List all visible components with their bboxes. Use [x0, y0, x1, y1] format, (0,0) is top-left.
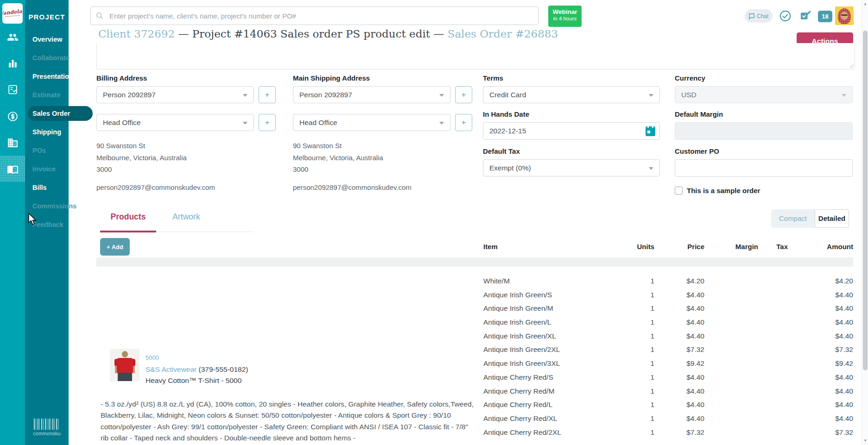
default-tax-select[interactable]: Exempt (0%)	[483, 159, 660, 176]
sidebar-item-estimate[interactable]: Estimate	[25, 91, 69, 99]
client-link[interactable]: Client 372692	[98, 28, 175, 40]
shipping-address-label: Main Shipping Address	[293, 74, 370, 82]
variant-rows: White/M1$4.20$4.20 Antique Irish Green/S…	[483, 274, 853, 439]
add-billing-address-button[interactable]: +	[259, 114, 276, 131]
webinar-countdown: in 4 hours	[548, 16, 582, 21]
sidebar-item-overview[interactable]: Overview	[25, 35, 69, 44]
add-product-button[interactable]: + Add	[100, 238, 130, 256]
global-search	[90, 6, 539, 25]
company-directory-icon[interactable]	[0, 137, 25, 149]
reminders-icon[interactable]	[779, 10, 792, 22]
notification-badge[interactable]: 18	[818, 11, 832, 22]
vendor-phone: (379-555-0182)	[196, 365, 248, 373]
webinar-button[interactable]: Webinar in 4 hours	[548, 6, 582, 27]
default-tax-label: Default Tax	[483, 147, 520, 156]
tab-products[interactable]: Products	[100, 212, 156, 232]
order-memo-textarea[interactable]	[96, 43, 855, 69]
chevron-down-icon	[439, 122, 444, 125]
detailed-view-button[interactable]: Detailed	[815, 209, 849, 228]
table-row[interactable]: Antique Cherry Red/2XL1$7.32$7.32	[483, 426, 853, 439]
sidebar-item-presentation[interactable]: Presentation	[25, 72, 69, 81]
table-row[interactable]: Antique Irish Green/3XL1$9.42$9.42	[483, 357, 853, 370]
shipping-location-select[interactable]: Head Office	[293, 114, 450, 131]
shipping-contact-select[interactable]: Person 2092897	[293, 86, 450, 103]
currency-select: USD	[675, 86, 853, 103]
sidebar-item-shipping[interactable]: Shipping	[25, 128, 69, 136]
page-scrollbar[interactable]: ▲ ▼	[862, 0, 868, 445]
product-thumbnail[interactable]	[110, 349, 139, 381]
chevron-down-icon	[243, 94, 247, 97]
table-row[interactable]: Antique Irish Green/XL1$4.40$4.40	[483, 329, 853, 343]
sample-order-checkbox[interactable]	[675, 187, 683, 194]
company-logo: Vandelay PROMOTIONS	[2, 3, 23, 24]
scroll-up-arrow[interactable]: ▲	[862, 1, 868, 7]
table-row[interactable]: Antique Cherry Red/S1$4.40$4.40	[483, 370, 853, 384]
table-row[interactable]: Antique Cherry Red/L1$4.40$4.40	[483, 398, 853, 412]
table-row[interactable]: Antique Cherry Red/XL1$4.40$4.40	[483, 412, 853, 426]
add-shipping-address-button[interactable]: +	[455, 114, 472, 131]
table-header: Item Units Price Margin Tax Amount	[483, 238, 853, 256]
sidebar-item-collaborate[interactable]: Collaborate	[25, 54, 69, 62]
scroll-down-arrow[interactable]: ▼	[862, 438, 868, 444]
chevron-down-icon	[439, 94, 444, 97]
table-row[interactable]: Antique Irish Green/S1$4.40$4.40	[483, 288, 853, 302]
table-row[interactable]: Antique Irish Green/2XL1$7.32$7.32	[483, 343, 853, 357]
terms-select[interactable]: Credit Card	[483, 86, 660, 103]
tasks-icon[interactable]	[799, 10, 811, 22]
commonsku-barcode	[34, 419, 60, 430]
col-tax: Tax	[758, 238, 788, 256]
table-row[interactable]: Antique Irish Green/L1$4.40$4.40	[483, 315, 853, 329]
compact-view-button[interactable]: Compact	[771, 209, 815, 228]
user-avatar[interactable]	[835, 6, 854, 25]
in-hands-date-input[interactable]: 2022-12-15	[483, 122, 660, 140]
chat-button[interactable]: Chat	[745, 9, 773, 23]
table-row[interactable]: Antique Cherry Red/M1$4.40$4.40	[483, 384, 853, 398]
billing-address-label: Billing Address	[96, 74, 147, 82]
product-sku-link[interactable]: 5000	[146, 354, 159, 361]
resize-handle[interactable]	[849, 63, 854, 68]
sidebar-item-commissions[interactable]: Commissions	[25, 202, 69, 210]
sample-order-checkbox-row[interactable]: This is a sample order	[675, 187, 760, 194]
project-sidebar: PROJECT Overview Collaborate Presentatio…	[25, 0, 69, 445]
sample-order-label: This is a sample order	[687, 187, 760, 194]
add-billing-contact-button[interactable]: +	[259, 86, 276, 103]
sidebar-item-pos[interactable]: POs	[25, 146, 69, 155]
currency-label: Currency	[675, 74, 705, 82]
chat-label: Chat	[757, 13, 768, 19]
commonsku-logo-text: commonsku	[33, 431, 60, 436]
catalog-icon[interactable]	[0, 163, 25, 175]
vendor-link[interactable]: S&S Activewear	[146, 365, 196, 373]
sidebar-item-feedback[interactable]: Feedback	[25, 220, 69, 229]
table-row[interactable]: Antique Irish Green/M1$4.40$4.40	[483, 301, 853, 315]
billing-contact-select[interactable]: Person 2092897	[96, 86, 254, 103]
sidebar-item-sales-order[interactable]: Sales Order	[25, 109, 69, 118]
scrollbar-thumb[interactable]	[863, 31, 868, 370]
chevron-down-icon	[649, 94, 653, 97]
chat-bubble-icon	[748, 12, 756, 20]
terms-label: Terms	[483, 74, 503, 82]
finance-icon[interactable]	[0, 110, 25, 122]
orders-icon[interactable]	[0, 83, 25, 95]
add-shipping-contact-button[interactable]: +	[455, 86, 472, 103]
default-margin-label: Default Margin	[675, 110, 723, 119]
table-row[interactable]: White/M1$4.20$4.20	[483, 274, 853, 288]
customer-po-label: Customer PO	[675, 147, 719, 156]
calendar-icon[interactable]	[646, 126, 655, 136]
billing-address-text: 90 Swanston St Melbourne, Victoria, Aust…	[96, 140, 187, 175]
sidebar-title: PROJECT	[25, 13, 69, 21]
billing-location-select[interactable]: Head Office	[96, 114, 254, 131]
tab-artwork[interactable]: Artwork	[156, 212, 216, 232]
contacts-icon[interactable]	[0, 31, 25, 43]
col-margin: Margin	[704, 238, 758, 256]
col-price: Price	[654, 238, 704, 256]
sidebar-item-bills[interactable]: Bills	[25, 183, 69, 192]
page-title: Client 372692 — Project #14063 Sales ord…	[98, 28, 558, 43]
detail-tabs: Products Artwork	[100, 212, 254, 232]
sales-order-link[interactable]: Sales Order #26883	[448, 28, 558, 40]
search-input[interactable]	[90, 6, 539, 25]
customer-po-input[interactable]	[675, 159, 853, 177]
product-description: - 5.3 oz./yd² (US) 8.8 oz./L yd (CA), 10…	[101, 399, 474, 444]
sidebar-item-invoice[interactable]: Invoice	[25, 165, 69, 173]
reports-icon[interactable]	[0, 57, 25, 69]
chevron-down-icon	[649, 167, 653, 170]
